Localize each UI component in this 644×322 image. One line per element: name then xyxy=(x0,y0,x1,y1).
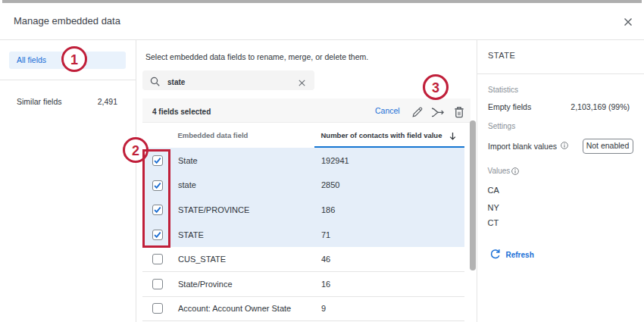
svg-text:2: 2 xyxy=(132,143,139,158)
svg-text:1: 1 xyxy=(70,52,78,67)
svg-text:3: 3 xyxy=(432,80,439,95)
